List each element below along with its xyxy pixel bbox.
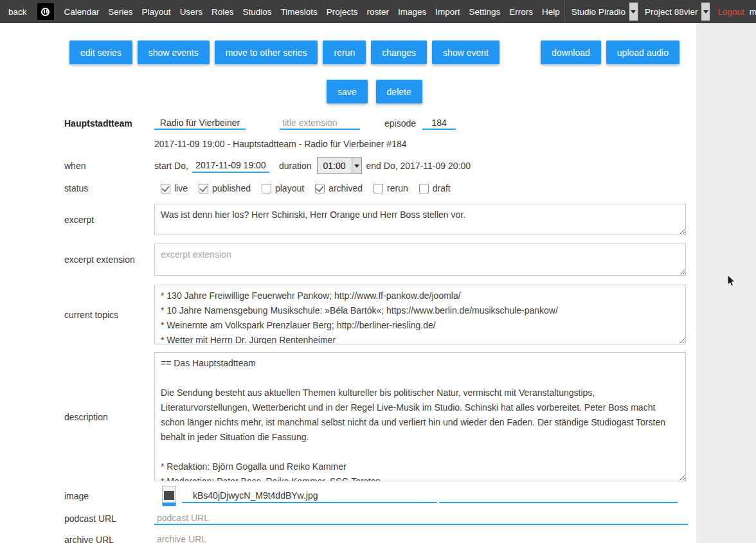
nav-item-studios[interactable]: Studios [238,7,276,17]
excerpt-extension-row: excerpt extension [64,244,696,276]
description-row: description == Das Hauptstadtteam Die Se… [64,352,696,481]
episode-edit-page: edit series show events move to other se… [0,23,696,543]
status-row: status live published playout archived r… [64,183,696,193]
excerpt-label: excerpt [64,215,154,225]
nav-item-playout[interactable]: Playout [138,7,176,17]
checkbox-unchecked-icon[interactable] [419,184,429,193]
archive-url-label: archive URL [64,535,154,543]
studio-select[interactable]: Studio Piradio [565,3,638,21]
when-label: when [64,161,154,171]
move-to-other-series-button[interactable]: move to other series [215,40,318,64]
podcast-url-input[interactable] [154,512,688,525]
status-checkbox-draft[interactable]: draft [419,183,451,193]
nav-item-errors[interactable]: Errors [505,7,537,17]
episode-image-thumbnail[interactable] [162,486,176,506]
episode-input[interactable] [422,116,456,130]
nav-item-series[interactable]: Series [104,7,137,17]
excerpt-extension-label: excerpt extension [64,254,154,265]
status-checkbox-rerun[interactable]: rerun [374,183,408,193]
generated-title-text: 2017-11-09 19:00 - Hauptstadtteam - Radi… [154,139,696,149]
checkbox-label: draft [433,183,451,193]
status-checkbox-live[interactable]: live [161,183,188,193]
excerpt-textarea[interactable]: Was ist denn hier los? Herr Schinski, He… [154,204,686,235]
current-topics-label: current topics [64,310,154,320]
image-filename-input[interactable] [182,490,437,503]
start-datetime-input[interactable] [192,159,269,173]
status-checkbox-playout[interactable]: playout [262,183,304,193]
show-events-button[interactable]: show events [138,40,210,64]
edit-series-button[interactable]: edit series [69,40,132,64]
download-button[interactable]: download [541,40,601,64]
current-topics-textarea[interactable]: * 130 Jahre Freiwillige Feuerwehr Pankow… [154,285,686,344]
status-label: status [64,183,154,193]
nav-item-roster[interactable]: roster [362,7,393,17]
mouse-cursor-icon [727,274,736,290]
description-textarea[interactable]: == Das Hauptstadtteam Die Sendung besteh… [154,352,686,481]
project-select-arrow[interactable] [701,3,710,21]
checkbox-checked-icon[interactable] [161,184,170,193]
logout-link[interactable]: Logout [710,7,749,17]
upload-audio-button[interactable]: upload audio [606,40,680,64]
nav-item-settings[interactable]: Settings [465,7,505,17]
series-name-label: Hauptstadtteam [64,118,154,129]
toolbar-left-group: edit series show events move to other se… [69,40,541,64]
save-button[interactable]: save [327,80,368,103]
nav-item-timeslots[interactable]: Timeslots [276,7,321,17]
podcast-url-row: podcast URL [64,512,696,525]
podcast-url-label: podcast URL [64,513,154,524]
image-secondary-input[interactable] [439,490,678,503]
toolbar-row-2: save delete [327,80,696,103]
show-event-button[interactable]: show event [432,40,500,64]
studio-select-value: Studio Piradio [572,7,626,17]
checkbox-unchecked-icon[interactable] [262,184,271,193]
excerpt-row: excerpt Was ist denn hier los? Herr Schi… [64,204,696,235]
status-checkbox-archived[interactable]: archived [315,183,363,193]
archive-url-row: archive URL [64,533,696,543]
changes-button[interactable]: changes [371,40,427,64]
username-label: milan [750,7,756,17]
station-logo-icon[interactable] [37,3,54,20]
description-label: description [64,412,154,422]
excerpt-extension-textarea[interactable] [154,244,686,276]
chevron-down-icon [354,165,359,168]
chevron-down-icon [631,10,636,13]
archive-url-input[interactable] [154,533,688,543]
when-row: when start Do, duration 01:00 end Do, 20… [64,157,696,174]
pause-circle-icon [41,8,50,16]
nav-item-images[interactable]: Images [393,7,431,17]
checkbox-checked-icon[interactable] [315,184,325,193]
title-input[interactable] [154,116,246,130]
checkbox-label: published [212,183,251,193]
nav-item-import[interactable]: Import [431,7,464,17]
duration-select[interactable]: 01:00 [317,157,362,174]
delete-button[interactable]: delete [376,80,422,103]
nav-item-back[interactable]: back [0,7,32,17]
duration-label: duration [279,161,312,171]
toolbar-right-group: download upload audio [541,40,680,64]
chevron-down-icon [703,10,708,13]
title-row: Hauptstadtteam episode [64,116,696,130]
duration-select-arrow[interactable] [352,158,361,174]
checkbox-label: archived [328,183,363,193]
checkbox-checked-icon[interactable] [199,184,208,193]
project-select[interactable]: Project 88vier [638,3,710,21]
nav-item-help[interactable]: Help [537,7,564,17]
checkbox-label: playout [275,183,304,193]
episode-label: episode [384,118,416,129]
image-row: image [64,486,696,506]
title-extension-input[interactable] [280,116,360,130]
checkbox-label: rerun [387,183,408,193]
checkbox-unchecked-icon[interactable] [374,184,383,193]
checkbox-label: live [174,183,188,193]
nav-item-users[interactable]: Users [176,7,207,17]
start-day-prefix: start Do, [154,161,188,171]
project-select-value: Project 88vier [645,7,698,17]
rerun-button[interactable]: rerun [323,40,366,64]
toolbar-row-1: edit series show events move to other se… [69,40,680,64]
nav-item-projects[interactable]: Projects [322,7,363,17]
end-datetime-text: end Do, 2017-11-09 20:00 [366,161,471,171]
nav-item-roles[interactable]: Roles [207,7,239,17]
status-checkbox-published[interactable]: published [199,183,251,193]
studio-select-arrow[interactable] [629,3,638,21]
nav-item-calendar[interactable]: Calendar [60,7,104,17]
